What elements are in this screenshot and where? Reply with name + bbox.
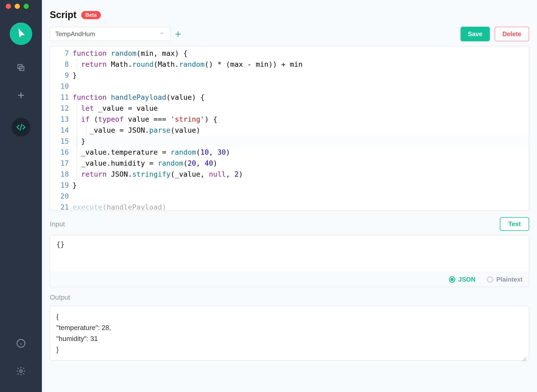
output-label: Output xyxy=(50,293,70,301)
radio-unselected-icon xyxy=(487,276,493,283)
main-content: Script Beta TempAndHum + Save Delete 789… xyxy=(42,0,537,392)
format-json-radio[interactable]: JSON xyxy=(449,276,475,283)
delete-button[interactable]: Delete xyxy=(495,27,529,41)
close-window-icon[interactable] xyxy=(6,4,11,9)
test-button[interactable]: Test xyxy=(500,217,529,231)
script-selector[interactable]: TempAndHum xyxy=(50,27,170,41)
gear-icon[interactable] xyxy=(16,366,26,376)
code-content[interactable]: function random(min, max) { return Math.… xyxy=(73,48,529,211)
output-panel: { "temperature": 28, "humidity": 31} xyxy=(50,306,529,361)
input-panel: {} JSON Plaintext xyxy=(50,235,529,287)
window-controls xyxy=(6,4,29,9)
format-plaintext-label: Plaintext xyxy=(496,276,523,283)
save-button[interactable]: Save xyxy=(461,27,490,41)
app-logo[interactable] xyxy=(10,23,32,45)
beta-badge: Beta xyxy=(81,11,101,19)
chevron-down-icon xyxy=(159,30,165,38)
script-selector-value: TempAndHum xyxy=(55,30,95,38)
resize-handle-icon[interactable] xyxy=(522,354,527,359)
sidebar xyxy=(0,0,42,392)
maximize-window-icon[interactable] xyxy=(24,4,29,9)
svg-point-3 xyxy=(20,370,22,372)
copy-icon[interactable] xyxy=(16,62,26,73)
radio-selected-icon xyxy=(449,276,455,283)
line-numbers: 789101112131415161718192021 xyxy=(50,48,73,211)
format-json-label: JSON xyxy=(458,276,475,283)
format-plaintext-radio[interactable]: Plaintext xyxy=(487,276,523,283)
add-script-button[interactable]: + xyxy=(175,29,181,39)
code-editor[interactable]: 789101112131415161718192021 function ran… xyxy=(50,46,529,211)
code-icon[interactable] xyxy=(12,118,30,137)
input-label: Input xyxy=(50,220,65,228)
page-title: Script xyxy=(50,9,76,20)
info-icon[interactable] xyxy=(16,338,26,349)
output-text: { "temperature": 28, "humidity": 31} xyxy=(56,311,523,355)
plus-icon[interactable] xyxy=(16,90,26,100)
minimize-window-icon[interactable] xyxy=(15,4,20,9)
input-textarea[interactable]: {} xyxy=(50,235,529,272)
